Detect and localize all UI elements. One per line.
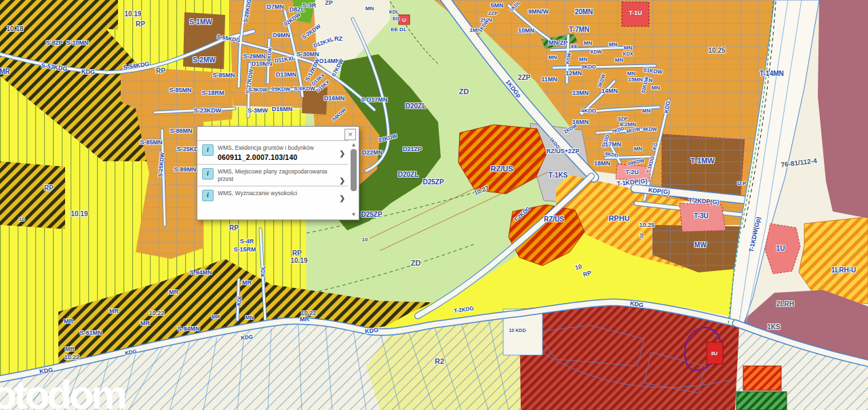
- parcel-t1u: [622, 2, 649, 26]
- row-text: WMS, Miejscowe plany zagospodarowania pr…: [218, 168, 337, 183]
- row-text: WMS, Ewidencja gruntów i budynków 060911…: [218, 144, 314, 161]
- parcel-u: [399, 15, 410, 24]
- zoning-map-canvas[interactable]: [0, 0, 868, 410]
- wms-info-popup: × i WMS, Ewidencja gruntów i budynków 06…: [197, 126, 359, 220]
- info-icon: i: [202, 144, 214, 156]
- popup-scrollbar[interactable]: ▲ ▼: [349, 142, 358, 218]
- row-text: WMS, Wyznaczanie wysokości: [218, 190, 297, 201]
- wms-layer-row-plany[interactable]: i WMS, Miejscowe plany zagospodarowania …: [197, 165, 348, 186]
- scroll-thumb[interactable]: [351, 149, 357, 191]
- zone-hatch-midleft: [0, 161, 65, 229]
- parcel-3u: [707, 342, 723, 364]
- parcel-t3u: [679, 203, 726, 232]
- chevron-right-icon[interactable]: ❯: [340, 150, 345, 157]
- wms-layer-label: WMS, Miejscowe plany zagospodarowania pr…: [218, 168, 337, 183]
- wms-layer-row-ewidencja[interactable]: i WMS, Ewidencja gruntów i budynków 0609…: [197, 141, 348, 165]
- parcel-t2u: [616, 164, 651, 182]
- wms-layer-label: WMS, Ewidencja gruntów i budynków: [218, 144, 314, 152]
- zone-hatch-top-small: [81, 0, 118, 30]
- scroll-down-icon[interactable]: ▼: [349, 211, 358, 218]
- parcel-id: 060911_2.0007.103/140: [218, 153, 314, 161]
- wms-layer-row-wysokosci[interactable]: i WMS, Wyznaczanie wysokości ❯: [197, 186, 348, 204]
- zone-green-square: [736, 392, 787, 410]
- scroll-up-icon[interactable]: ▲: [349, 142, 358, 148]
- info-icon: i: [202, 168, 214, 180]
- info-icon: i: [202, 190, 214, 201]
- wms-layer-list: i WMS, Ewidencja gruntów i budynków 0609…: [197, 140, 348, 220]
- zone-orange-square: [743, 366, 781, 390]
- wms-layer-label: WMS, Wyznaczanie wysokości: [218, 190, 297, 197]
- map-viewport[interactable]: 10.1810.19RPS-82PS-10MNS-1MWS-2MWMRS-53K…: [0, 0, 868, 410]
- chevron-right-icon[interactable]: ❯: [340, 194, 345, 202]
- chevron-right-icon[interactable]: ❯: [340, 177, 345, 184]
- close-icon[interactable]: ×: [344, 129, 356, 140]
